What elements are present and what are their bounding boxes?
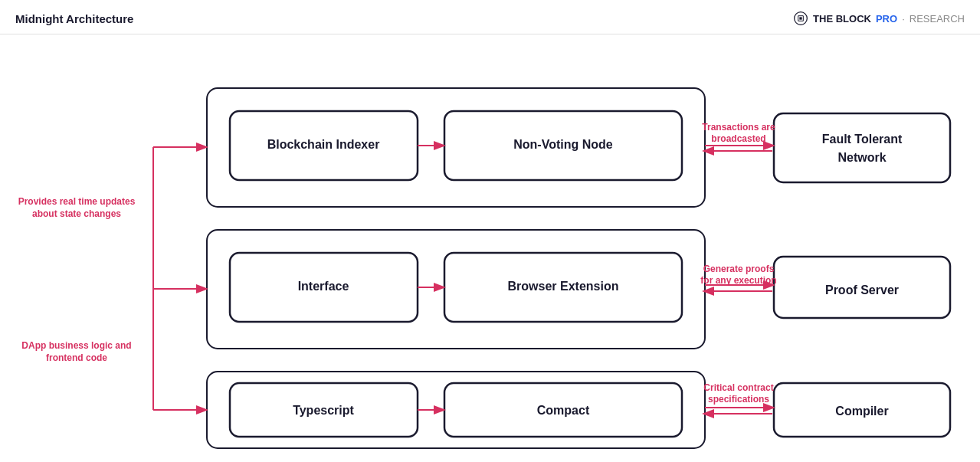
label-dapp-business1: DApp business logic and — [21, 340, 131, 351]
node-interface-label: Interface — [298, 280, 349, 293]
label-transactions-broadcasted: Transactions are — [702, 122, 775, 133]
node-typescript-label: Typescript — [293, 404, 354, 417]
node-non-voting-node-label: Non-Voting Node — [513, 138, 613, 151]
label-critical-contract2: specifications — [708, 394, 769, 405]
label-generate-proofs1: Generate proofs — [703, 264, 775, 274]
logo-dot: · — [902, 13, 905, 25]
node-browser-extension-label: Browser Extension — [508, 280, 619, 293]
node-proof-server-label: Proof Server — [825, 283, 899, 297]
label-transactions-broadcasted2: broadcasted — [711, 133, 765, 144]
logo-the-block: THE BLOCK — [813, 13, 871, 25]
label-real-time-updates1: Provides real time updates — [18, 196, 136, 207]
logo-research: RESEARCH — [910, 13, 965, 25]
node-fault-tolerant-network — [774, 113, 950, 182]
node-compact-label: Compact — [537, 404, 590, 417]
label-generate-proofs2: for any execution — [700, 275, 776, 286]
logo-pro: PRO — [876, 13, 897, 25]
logo-icon — [793, 11, 808, 26]
logo: THE BLOCK PRO · RESEARCH — [793, 11, 965, 26]
page-title: Midnight Architecture — [15, 12, 133, 25]
label-dapp-business2: frontend code — [46, 352, 107, 363]
node-compiler-label: Compiler — [835, 405, 888, 418]
header: Midnight Architecture THE BLOCK PRO · RE… — [0, 0, 980, 34]
diagram-svg: Blockchain Indexer Non-Voting Node Fault… — [0, 34, 980, 462]
label-critical-contract1: Critical contract — [703, 382, 773, 393]
node-blockchain-indexer-label: Blockchain Indexer — [267, 138, 380, 151]
node-fault-tolerant-network-label1: Fault Tolerant — [822, 133, 903, 146]
label-real-time-updates2: about state changes — [32, 208, 121, 219]
diagram-area: Blockchain Indexer Non-Voting Node Fault… — [0, 34, 980, 462]
node-fault-tolerant-network-label2: Network — [837, 151, 886, 164]
